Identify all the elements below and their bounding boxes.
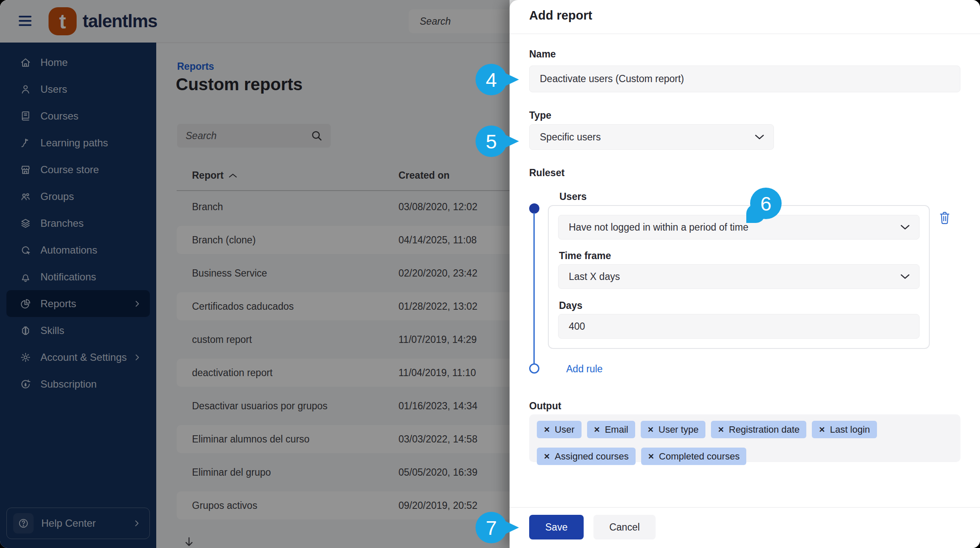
output-tag[interactable]: ✕User type [641, 421, 705, 438]
output-tag[interactable]: ✕Last login [812, 421, 877, 438]
time-frame-value: Last X days [569, 271, 620, 283]
name-label: Name [529, 49, 556, 60]
remove-tag-icon[interactable]: ✕ [594, 426, 600, 434]
output-tag-label: Assigned courses [555, 451, 629, 462]
output-tag[interactable]: ✕Assigned courses [537, 448, 636, 465]
panel-divider [510, 34, 980, 34]
remove-tag-icon[interactable]: ✕ [718, 426, 724, 434]
type-label: Type [529, 110, 551, 121]
chevron-down-icon [900, 274, 910, 279]
annotation-callout-5: 5 [476, 126, 507, 157]
rule-condition-value: Have not logged in within a period of ti… [569, 222, 748, 233]
output-tag-label: Completed courses [659, 451, 740, 462]
add-report-panel: Add report Name Deactivate users (Custom… [510, 0, 980, 548]
save-button[interactable]: Save [529, 515, 584, 539]
output-tags-container: ✕User✕Email✕User type✕Registration date✕… [529, 414, 960, 462]
ruleset-label: Ruleset [529, 167, 565, 179]
app-window: t talentlms Search HomeUsersCoursesLearn… [0, 0, 980, 548]
add-rule-link[interactable]: Add rule [566, 363, 603, 375]
days-label: Days [559, 300, 582, 311]
cancel-button[interactable]: Cancel [593, 515, 656, 539]
annotation-callout-7: 7 [476, 512, 507, 543]
time-frame-select[interactable]: Last X days [558, 264, 920, 289]
output-tag-label: User type [659, 424, 699, 435]
days-value: 400 [569, 321, 585, 332]
timeline-connector [533, 213, 535, 364]
remove-tag-icon[interactable]: ✕ [648, 426, 654, 434]
footer-divider [510, 507, 980, 508]
output-tag[interactable]: ✕User [537, 421, 582, 438]
screenshot-frame: t talentlms Search HomeUsersCoursesLearn… [0, 0, 980, 548]
name-input[interactable]: Deactivate users (Custom report) [529, 66, 960, 92]
rule-condition-select[interactable]: Have not logged in within a period of ti… [558, 215, 920, 240]
output-label: Output [529, 400, 561, 412]
modal-dim-overlay [0, 0, 510, 548]
chevron-down-icon [755, 134, 764, 140]
remove-tag-icon[interactable]: ✕ [648, 453, 654, 460]
output-tag-label: User [555, 424, 574, 435]
days-input[interactable]: 400 [558, 314, 920, 339]
annotation-callout-6: 6 [750, 188, 782, 219]
chevron-down-icon [900, 225, 910, 230]
type-value: Specific users [540, 131, 601, 143]
output-tag-label: Email [605, 424, 628, 435]
timeline-dot-icon [529, 203, 539, 214]
panel-title: Add report [529, 9, 592, 23]
timeline-add-circle-icon[interactable] [529, 363, 539, 374]
rule-group-label: Users [559, 191, 587, 203]
output-tag-label: Registration date [729, 424, 799, 435]
remove-tag-icon[interactable]: ✕ [544, 453, 550, 460]
name-value: Deactivate users (Custom report) [540, 73, 684, 85]
output-tag[interactable]: ✕Registration date [711, 421, 806, 438]
remove-tag-icon[interactable]: ✕ [544, 426, 550, 434]
output-tag[interactable]: ✕Completed courses [641, 448, 747, 465]
type-select[interactable]: Specific users [529, 124, 774, 150]
output-tag-label: Last login [830, 424, 870, 435]
output-tag[interactable]: ✕Email [587, 421, 635, 438]
remove-tag-icon[interactable]: ✕ [819, 426, 825, 434]
time-frame-label: Time frame [559, 250, 611, 262]
annotation-callout-4: 4 [476, 64, 507, 95]
rule-card: Have not logged in within a period of ti… [548, 205, 930, 349]
delete-rule-button[interactable] [939, 211, 951, 225]
